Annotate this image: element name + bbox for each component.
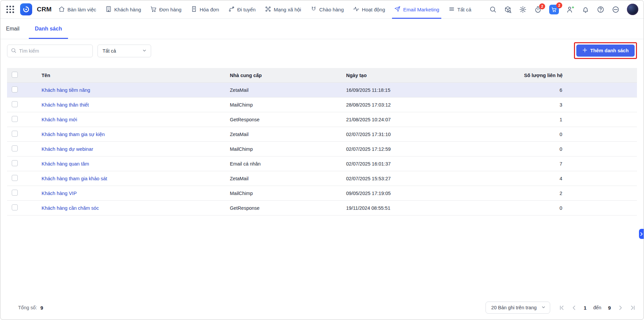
- contacts-cell: 0: [524, 146, 598, 152]
- row-checkbox[interactable]: [12, 175, 18, 181]
- row-checkbox[interactable]: [12, 145, 18, 151]
- list-name-link[interactable]: Khách hàng cần chăm sóc: [42, 205, 230, 211]
- search-icon: [11, 48, 16, 55]
- table-row[interactable]: Khách hàng tham gia khảo sát ZetaMail 02…: [7, 171, 637, 186]
- created-cell: 02/07/2025 17:12:59: [346, 146, 524, 152]
- list-name-link[interactable]: Khách hàng tham gia sự kiện: [42, 132, 230, 137]
- provider-cell: ZetaMail: [230, 176, 346, 181]
- list-name-link[interactable]: Khách hàng quan tâm: [42, 161, 230, 167]
- timer-badge: 2: [539, 3, 545, 9]
- list-name-link[interactable]: Khách hàng tham gia khảo sát: [42, 176, 230, 181]
- nav-item-offers[interactable]: Chào hàng: [310, 0, 344, 19]
- main-nav: Bàn làm việc Khách hàng Đơn hàng Hóa đơn…: [58, 0, 471, 19]
- created-cell: 16/09/2025 11:18:15: [346, 87, 524, 93]
- contacts-cell: 6: [524, 87, 598, 93]
- created-cell: 02/07/2025 15:53:27: [346, 176, 524, 181]
- contacts-cell: 2: [524, 191, 598, 196]
- crm-logo-icon[interactable]: [20, 3, 32, 15]
- add-list-button[interactable]: Thêm danh sách: [576, 45, 635, 57]
- chevron-down-icon: [142, 48, 147, 54]
- nav-item-activity[interactable]: Hoạt động: [353, 0, 385, 19]
- table-row[interactable]: Khách hàng tham gia sự kiện ZetaMail 02/…: [7, 127, 637, 142]
- timer-icon[interactable]: 2: [534, 6, 542, 13]
- search-icon[interactable]: [489, 6, 497, 13]
- table-row[interactable]: Khách hàng cần chăm sóc GetResponse 19/1…: [7, 201, 637, 215]
- building-icon: [105, 6, 112, 13]
- list-name-link[interactable]: Khách hàng mới: [42, 117, 230, 122]
- row-checkbox[interactable]: [12, 204, 18, 210]
- select-all-checkbox[interactable]: [12, 72, 18, 78]
- table-row[interactable]: Khách hàng mới GetResponse 21/08/2025 10…: [7, 112, 637, 127]
- search-input[interactable]: [19, 48, 89, 54]
- provider-cell: MailChimp: [230, 191, 346, 196]
- nav-item-all[interactable]: Tất cả: [448, 0, 471, 19]
- package-search-icon[interactable]: [504, 6, 512, 13]
- created-cell: 02/07/2025 16:01:37: [346, 161, 524, 167]
- column-header-created: Ngày tạo: [346, 73, 524, 78]
- contacts-cell: 0: [524, 132, 598, 137]
- tab-danh-sach[interactable]: Danh sách: [35, 19, 62, 39]
- app-title: CRM: [37, 6, 52, 13]
- created-cell: 28/08/2025 17:03:12: [346, 102, 524, 108]
- row-checkbox[interactable]: [12, 86, 18, 92]
- settings-gear-icon[interactable]: [519, 6, 527, 13]
- nav-item-social[interactable]: Mạng xã hội: [265, 0, 301, 19]
- table-row[interactable]: Khách hàng quan tâm Email cá nhân 02/07/…: [7, 156, 637, 171]
- notifications-bell-icon[interactable]: [582, 6, 589, 13]
- provider-cell: ZetaMail: [230, 132, 346, 137]
- last-page-button[interactable]: [630, 305, 636, 311]
- top-navigation-bar: CRM Bàn làm việc Khách hàng Đơn hàng Hóa…: [0, 0, 644, 19]
- list-name-link[interactable]: Khách hàng thân thiết: [42, 102, 230, 108]
- expand-panel-handle[interactable]: [639, 229, 644, 239]
- list-name-link[interactable]: Khách hàng VIP: [42, 191, 230, 196]
- prev-page-button[interactable]: [571, 305, 577, 311]
- next-page-button[interactable]: [618, 305, 623, 311]
- chevron-down-icon: [541, 305, 546, 311]
- row-checkbox[interactable]: [12, 190, 18, 196]
- row-checkbox[interactable]: [12, 160, 18, 166]
- table-row[interactable]: Khách hàng VIP MailChimp 09/05/2025 17:1…: [7, 186, 637, 201]
- contacts-cell: 1: [524, 117, 598, 122]
- home-icon: [58, 6, 65, 13]
- avatar[interactable]: [627, 4, 638, 15]
- row-checkbox[interactable]: [12, 116, 18, 122]
- nav-item-customers[interactable]: Khách hàng: [105, 0, 141, 19]
- tab-bar: Email Danh sách: [0, 19, 644, 39]
- crm-window: CRM Bàn làm việc Khách hàng Đơn hàng Hóa…: [0, 0, 644, 320]
- column-header-contacts: Số lượng liên hệ: [524, 73, 637, 78]
- cart-badge: 2: [556, 2, 562, 8]
- route-icon: [228, 6, 235, 13]
- first-page-button[interactable]: [559, 305, 565, 311]
- row-checkbox[interactable]: [12, 131, 18, 137]
- cart-app-icon[interactable]: 2: [549, 5, 559, 14]
- nav-item-orders[interactable]: Đơn hàng: [150, 0, 182, 19]
- add-user-icon[interactable]: [566, 5, 574, 13]
- app-launcher-icon[interactable]: [5, 4, 15, 14]
- nav-item-routes[interactable]: Đi tuyến: [228, 0, 256, 19]
- plus-icon: [582, 48, 587, 54]
- list-name-link[interactable]: Khách hàng dự webinar: [42, 146, 230, 152]
- list-name-link[interactable]: Khách hàng tiềm năng: [42, 87, 230, 93]
- more-icon[interactable]: [612, 6, 620, 13]
- row-checkbox[interactable]: [12, 101, 18, 107]
- page-size-dropdown[interactable]: 20 Bản ghi trên trang: [486, 302, 550, 314]
- send-icon: [394, 6, 401, 13]
- created-cell: 19/11/2024 08:55:51: [346, 205, 524, 211]
- nav-item-email-marketing[interactable]: Email Marketing: [394, 0, 439, 19]
- nav-item-workspace[interactable]: Bàn làm việc: [58, 0, 96, 19]
- table-row[interactable]: Khách hàng tiềm năng ZetaMail 16/09/2025…: [7, 83, 637, 98]
- table-header-row: Tên Nhà cung cấp Ngày tạo Số lượng liên …: [7, 68, 637, 83]
- help-icon[interactable]: [597, 6, 604, 13]
- filter-dropdown[interactable]: Tất cả: [98, 45, 151, 57]
- tab-email[interactable]: Email: [6, 19, 19, 39]
- table-row[interactable]: Khách hàng thân thiết MailChimp 28/08/20…: [7, 98, 637, 112]
- email-lists-table: Tên Nhà cung cấp Ngày tạo Số lượng liên …: [7, 68, 637, 215]
- table-row[interactable]: Khách hàng dự webinar MailChimp 02/07/20…: [7, 142, 637, 156]
- magnet-icon: [310, 6, 317, 13]
- search-box[interactable]: [7, 45, 93, 57]
- nav-item-invoices[interactable]: Hóa đơn: [191, 0, 219, 19]
- provider-cell: GetResponse: [230, 117, 346, 122]
- total-value: 9: [40, 305, 43, 311]
- contacts-cell: 7: [524, 161, 598, 167]
- created-cell: 09/05/2025 17:19:05: [346, 191, 524, 196]
